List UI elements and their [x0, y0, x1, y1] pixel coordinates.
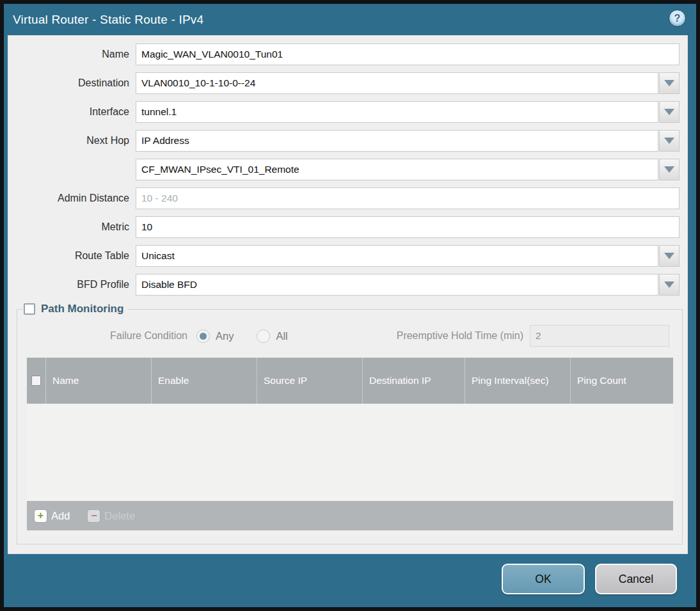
dialog-footer-buttons: OK Cancel — [502, 564, 677, 594]
add-button[interactable]: Add — [51, 510, 70, 522]
column-header-enable[interactable]: Enable — [152, 358, 257, 404]
select-all-header-cell — [27, 358, 46, 404]
chevron-down-icon — [664, 282, 674, 288]
cancel-button[interactable]: Cancel — [595, 564, 677, 594]
interface-label: Interface — [8, 101, 136, 123]
table-header: Name Enable Source IP Destination IP Pin… — [27, 358, 673, 404]
column-header-destination-ip[interactable]: Destination IP — [363, 358, 465, 404]
next-hop-address-input[interactable] — [136, 159, 658, 180]
add-icon[interactable]: + — [35, 510, 47, 522]
chevron-down-icon — [664, 80, 674, 86]
path-monitoring-title: Path Monitoring — [41, 303, 123, 315]
failure-condition-row: Failure Condition Any All Preemptive Hol… — [17, 324, 669, 347]
route-table-input[interactable] — [136, 245, 658, 267]
destination-input[interactable] — [136, 72, 658, 94]
chevron-down-icon — [664, 109, 674, 115]
field-row-metric: Metric — [8, 216, 687, 238]
help-icon[interactable]: ? — [669, 10, 686, 27]
destination-dropdown-button[interactable] — [659, 72, 680, 94]
next-hop-address-dropdown-button[interactable] — [659, 159, 680, 180]
title-bar: Virtual Router - Static Route - IPv4 ? — [4, 4, 696, 35]
select-all-checkbox[interactable] — [31, 376, 41, 386]
table-toolbar: + Add − Delete — [27, 501, 673, 530]
interface-input[interactable] — [136, 101, 658, 123]
metric-label: Metric — [8, 216, 136, 238]
path-monitoring-checkbox[interactable] — [24, 303, 35, 315]
route-table-dropdown-button[interactable] — [659, 245, 680, 267]
admin-distance-label: Admin Distance — [8, 187, 136, 209]
bfd-profile-dropdown-button[interactable] — [659, 274, 680, 296]
failure-condition-any-radio[interactable] — [196, 329, 210, 343]
field-row-destination: Destination — [8, 72, 687, 94]
interface-dropdown-button[interactable] — [659, 101, 680, 123]
table-body-empty — [27, 404, 673, 501]
route-table-label: Route Table — [8, 245, 136, 267]
dialog-title: Virtual Router - Static Route - IPv4 — [13, 13, 203, 27]
failure-condition-all-label: All — [276, 330, 287, 342]
failure-condition-all-radio[interactable] — [257, 329, 270, 343]
next-hop-label: Next Hop — [8, 130, 136, 152]
next-hop-type-dropdown-button[interactable] — [659, 130, 680, 152]
field-row-admin-distance: Admin Distance — [8, 187, 687, 209]
radio-selected-dot — [200, 333, 207, 340]
field-row-interface: Interface — [8, 101, 687, 123]
name-input[interactable] — [136, 44, 680, 65]
bfd-profile-input[interactable] — [136, 274, 658, 296]
bfd-profile-label: BFD Profile — [8, 274, 136, 296]
preemptive-hold-time-input — [530, 325, 669, 347]
field-row-bfd-profile: BFD Profile — [8, 274, 687, 296]
chevron-down-icon — [664, 166, 674, 173]
delete-icon: − — [88, 510, 100, 522]
chevron-down-icon — [664, 138, 674, 144]
name-label: Name — [8, 44, 136, 65]
column-header-ping-count[interactable]: Ping Count — [571, 358, 673, 404]
metric-input[interactable] — [136, 216, 680, 238]
column-header-ping-interval[interactable]: Ping Interval(sec) — [465, 358, 571, 404]
chevron-down-icon — [664, 253, 674, 259]
field-row-next-hop: Next Hop — [8, 130, 687, 152]
field-row-name: Name — [8, 44, 687, 65]
path-monitoring-legend: Path Monitoring — [22, 303, 128, 315]
ok-button[interactable]: OK — [502, 564, 585, 594]
preemptive-hold-time-label: Preemptive Hold Time (min) — [397, 330, 530, 342]
field-row-route-table: Route Table — [8, 245, 687, 267]
failure-condition-label: Failure Condition — [17, 330, 195, 342]
destination-label: Destination — [8, 72, 136, 94]
failure-condition-any-label: Any — [216, 330, 234, 342]
column-header-name[interactable]: Name — [46, 358, 152, 404]
dialog-window: Virtual Router - Static Route - IPv4 ? N… — [4, 4, 696, 607]
path-monitoring-table: Name Enable Source IP Destination IP Pin… — [27, 358, 673, 530]
field-row-next-hop-address — [8, 159, 687, 180]
admin-distance-input[interactable] — [136, 187, 680, 209]
column-header-source-ip[interactable]: Source IP — [257, 358, 363, 404]
delete-button: Delete — [104, 510, 135, 522]
form-panel: Name Destination Interface — [8, 35, 688, 554]
next-hop-type-input[interactable] — [136, 130, 658, 152]
path-monitoring-section: Path Monitoring Failure Condition Any Al… — [17, 303, 683, 544]
next-hop-address-label — [8, 159, 136, 180]
